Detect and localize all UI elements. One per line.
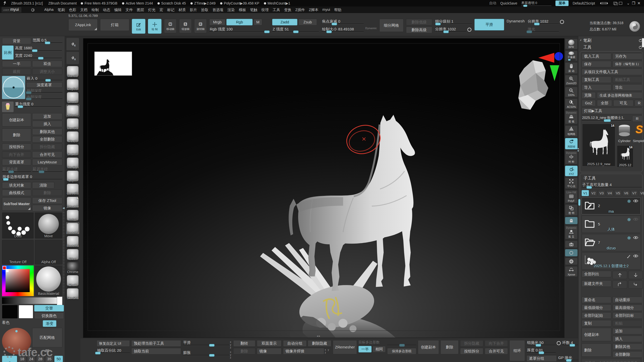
- polish-slider[interactable]: 抛光: [527, 27, 559, 33]
- bottom-tray-collapse-icon[interactable]: ◂ ▸: [317, 335, 320, 337]
- bb-delete-button[interactable]: 删除: [440, 340, 459, 354]
- mask-by-polygroup-slider[interactable]: 按多边形组遮罩 0: [2, 174, 62, 181]
- symmetry-button[interactable]: Dynamic对 称: [565, 151, 578, 164]
- thickness-slider[interactable]: 厚度 0.01: [527, 348, 556, 354]
- move-into-folder-button[interactable]: [628, 280, 643, 289]
- save-ztool-button[interactable]: 保存 ZTool: [32, 197, 62, 204]
- mrgb-button[interactable]: Mrgb: [209, 19, 225, 25]
- backface-mask-button[interactable]: 背面遮罩: [2, 159, 31, 165]
- dynamesh-res-slider[interactable]: 分辨率 1032: [527, 19, 559, 25]
- tray-toggle-icons[interactable]: [599, 2, 609, 5]
- stroke-s-icon[interactable]: S: [66, 52, 79, 64]
- brush-damstandard[interactable]: DamSta: [66, 118, 79, 130]
- fill-object-button[interactable]: 填充对象: [2, 182, 31, 189]
- depth-preview[interactable]: [2, 76, 25, 99]
- scroll-button[interactable]: 滚 动: [565, 62, 578, 74]
- grab-document-icon[interactable]: [565, 241, 578, 248]
- menu-myui[interactable]: myui: [320, 7, 332, 13]
- alternate-button[interactable]: 交替: [34, 305, 64, 311]
- st-copy-button[interactable]: 复制: [582, 320, 611, 327]
- height-slider[interactable]: 高度 1680: [15, 46, 62, 52]
- window-buttons[interactable]: ⌄ ❐ ✕: [627, 1, 641, 6]
- rgb-intensity-slider[interactable]: Rgb 强度 100: [209, 27, 270, 33]
- zadd-button[interactable]: Zadd: [272, 19, 297, 25]
- same-target-button[interactable]: 相同: [373, 346, 386, 352]
- eye-visibility-icon[interactable]: [633, 217, 638, 221]
- half-target-button[interactable]: 一半: [358, 346, 372, 352]
- autogroups-button[interactable]: 自动分组: [283, 340, 307, 347]
- switch-color-button[interactable]: 切换颜色: [34, 312, 64, 319]
- menu-item[interactable]: 标记: [165, 7, 176, 13]
- goz-all-button[interactable]: 全部: [597, 100, 612, 106]
- document-canvas[interactable]: ◂ ▸: [83, 38, 565, 338]
- subtool-tab-v7[interactable]: V7: [631, 190, 638, 196]
- menu-item[interactable]: 影片: [188, 7, 199, 13]
- subtool-folder-body[interactable]: 5人体: [582, 216, 641, 233]
- material-basic-2[interactable]: BasicMa: [66, 235, 79, 247]
- subtool-tab-v6[interactable]: V6: [623, 190, 630, 196]
- del-hidden-button[interactable]: 删除隐藏: [308, 340, 331, 347]
- subtool-visible-count-slider[interactable]: 子工具可见数量 4: [582, 182, 642, 189]
- gear-icon[interactable]: [627, 236, 631, 240]
- menu-item[interactable]: 笔触: [248, 7, 259, 13]
- menu-item[interactable]: 拾取: [199, 7, 210, 13]
- value-gradient-bar[interactable]: [2, 297, 62, 304]
- goz-button[interactable]: GoZ: [582, 100, 596, 106]
- group-polish-toggle[interactable]: [557, 341, 561, 345]
- zsub-button[interactable]: Zsub: [298, 19, 317, 25]
- dynamesh-smooth-button[interactable]: 平滑: [474, 19, 504, 30]
- delete-other-button[interactable]: 删除其他: [32, 128, 62, 135]
- menu-item[interactable]: 绘制: [90, 7, 101, 13]
- menu-toggle-button[interactable]: 菜单: [555, 1, 569, 6]
- menu-item[interactable]: 动态: [101, 7, 112, 13]
- sdiv-level-slider[interactable]: 细分级别 1: [435, 19, 472, 25]
- menu-item[interactable]: 灯光: [146, 7, 157, 13]
- refresh-config-icon[interactable]: [31, 8, 35, 12]
- inner-depth-slider[interactable]: 内部深度: [26, 95, 62, 100]
- alpha-thumb[interactable]: Alpha Off: [35, 240, 62, 264]
- rename-button[interactable]: 重命名: [582, 297, 611, 303]
- outer-depth-slider[interactable]: 外部深度: [26, 88, 62, 94]
- decimate-percent-slider[interactable]: 抽取百分比 20: [97, 348, 130, 354]
- m-button[interactable]: M: [254, 19, 262, 25]
- st-delete-other-button[interactable]: 删除其他: [613, 343, 642, 350]
- zremesher-button[interactable]: ZRemesher: [333, 340, 357, 354]
- subtool-section-title[interactable]: 子工具: [582, 175, 641, 181]
- left-divider-arrow-icon[interactable]: ◀: [63, 207, 65, 209]
- deform-smooth-slider[interactable]: 平滑: [183, 340, 229, 347]
- delete-all-button[interactable]: 全部删除: [32, 136, 62, 143]
- deform-inflate-slider[interactable]: 膨胀: [183, 350, 229, 357]
- material-thumb[interactable]: BasicMaterial: [35, 265, 62, 296]
- split-groups-button[interactable]: 按组拆分: [2, 144, 31, 150]
- brush-palette-header[interactable]: 笔刷: [580, 37, 642, 44]
- lazy-radius-slider[interactable]: 延迟半径: [32, 167, 62, 173]
- all-to-start-button[interactable]: 全部到起始: [582, 312, 611, 319]
- make-polymesh-button[interactable]: 生成 多边形网格物体: [597, 92, 642, 99]
- group-polish-slider[interactable]: 组抛光 50: [527, 340, 556, 347]
- menu-item[interactable]: 文档: [78, 7, 90, 13]
- brush-standard[interactable]: Standar: [66, 65, 79, 77]
- layout-icons[interactable]: [613, 2, 623, 5]
- transparency-button[interactable]: 透 明: [565, 204, 578, 216]
- clone-button[interactable]: 克隆: [582, 92, 596, 99]
- st-delete-button[interactable]: 删除: [582, 343, 611, 357]
- color-picker[interactable]: [2, 265, 34, 296]
- subtool-master-button[interactable]: SubTool Master: [2, 197, 31, 211]
- material-basic-1[interactable]: BasicMa: [66, 222, 79, 234]
- polyframe-button[interactable]: Line FillPolyF: [565, 190, 578, 203]
- material-chrome[interactable]: Chrome: [66, 261, 79, 274]
- gear-icon[interactable]: [627, 217, 631, 222]
- local-transform-button[interactable]: 局部转: [565, 138, 578, 149]
- zscript-label[interactable]: DefaultZScript: [573, 1, 595, 5]
- save-button[interactable]: 保存: [582, 61, 611, 67]
- merge-visible-button[interactable]: 合并可见: [32, 151, 62, 158]
- brush-pinch[interactable]: Pinch: [66, 131, 79, 143]
- gear-icon[interactable]: [627, 199, 631, 204]
- lightbox-tool-button[interactable]: 灯箱▶工具: [582, 108, 642, 114]
- save-as-button[interactable]: 另存为: [613, 53, 642, 60]
- new-folder-button[interactable]: 新建文件夹: [582, 280, 611, 287]
- left-divider-scrollbar[interactable]: [63, 212, 65, 295]
- subtool-tab-v4[interactable]: V4: [606, 190, 614, 196]
- save-numbered-button[interactable]: 保存（编号加 1）: [613, 61, 642, 67]
- append-button[interactable]: 追加: [32, 113, 62, 120]
